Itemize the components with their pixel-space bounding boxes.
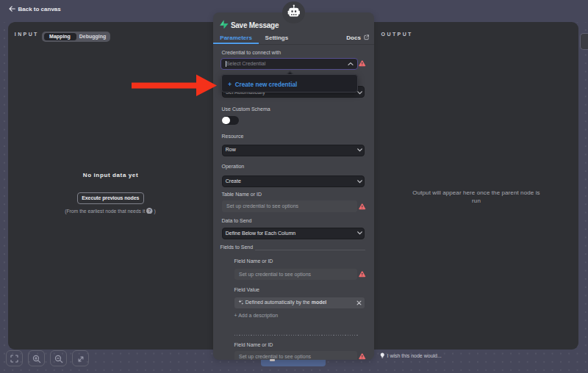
svg-text:?: ?: [148, 208, 151, 213]
